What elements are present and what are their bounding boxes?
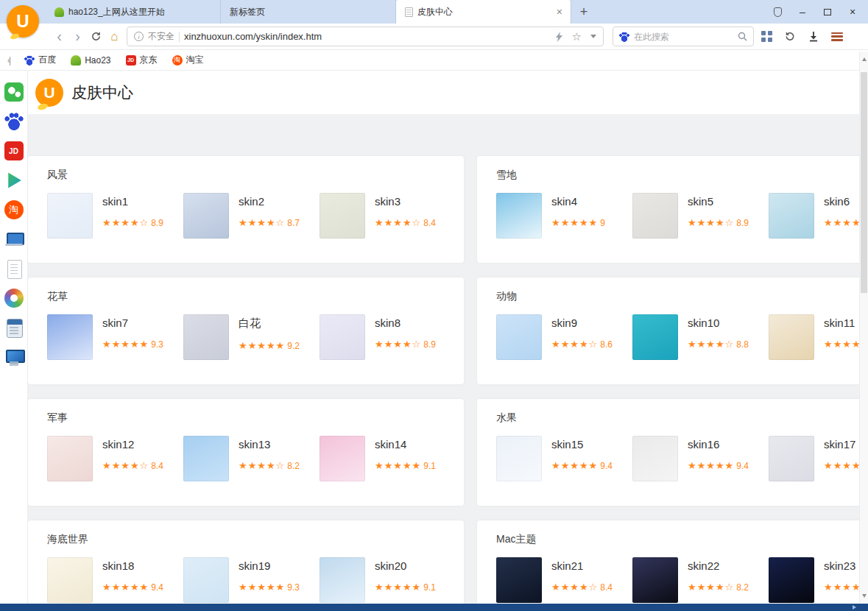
address-bar[interactable]: i 不安全 xinzhuoxun.com/yskin/index.htm ☆ xyxy=(127,27,604,46)
skin-item[interactable]: skin10★★★★☆8.8 xyxy=(632,314,769,360)
menu-button[interactable] xyxy=(826,26,848,48)
skin-thumbnail[interactable] xyxy=(183,314,229,360)
close-button[interactable]: × xyxy=(840,0,865,24)
bookmark-item[interactable]: 百度 xyxy=(24,54,56,66)
skin-item[interactable]: skin21★★★★☆8.4 xyxy=(496,557,632,603)
jd-icon xyxy=(126,55,136,66)
skin-thumbnail[interactable] xyxy=(47,193,93,239)
skin-thumbnail[interactable] xyxy=(47,314,93,360)
skin-item[interactable]: skin13★★★★☆8.2 xyxy=(183,436,320,481)
skin-item[interactable]: skin7★★★★★9.3 xyxy=(47,314,183,360)
skin-name: skin14 xyxy=(375,438,436,451)
taobao-icon[interactable] xyxy=(4,200,24,219)
lightning-icon[interactable] xyxy=(556,32,563,42)
skin-item[interactable]: skin6★★★★☆ xyxy=(769,193,859,239)
forward-button[interactable]: › xyxy=(68,27,87,47)
skin-thumbnail[interactable] xyxy=(632,314,678,360)
vertical-scrollbar[interactable] xyxy=(859,52,868,604)
skin-thumbnail[interactable] xyxy=(632,193,678,239)
apps-grid-button[interactable] xyxy=(755,26,777,48)
skin-item[interactable]: skin3★★★★☆8.4 xyxy=(320,193,456,239)
wechat-icon[interactable] xyxy=(4,82,24,102)
skin-thumbnail[interactable] xyxy=(320,193,365,239)
skin-item[interactable]: skin23★★★★☆ xyxy=(769,557,859,603)
skin-thumbnail[interactable] xyxy=(183,436,229,481)
maximize-button[interactable] xyxy=(815,0,840,24)
skin-score: 8.4 xyxy=(151,461,163,471)
skin-item[interactable]: skin19★★★★★9.3 xyxy=(183,557,320,603)
skin-thumbnail[interactable] xyxy=(496,314,542,360)
scroll-up-icon[interactable] xyxy=(862,57,867,61)
shield-icon[interactable] xyxy=(765,0,790,24)
skin-thumbnail[interactable] xyxy=(320,436,365,481)
bookmark-item[interactable]: 京东 xyxy=(126,54,158,66)
skin-thumbnail[interactable] xyxy=(632,557,678,603)
skin-item[interactable]: skin22★★★★☆8.2 xyxy=(632,557,769,603)
tab-close-icon[interactable]: × xyxy=(554,6,565,18)
monitor-icon[interactable] xyxy=(4,347,24,367)
skin-thumbnail[interactable] xyxy=(632,436,678,481)
skin-thumbnail[interactable] xyxy=(769,193,814,239)
skin-thumbnail[interactable] xyxy=(183,557,229,603)
browser-tab[interactable]: hao123_上网从这里开始 xyxy=(46,0,221,24)
favorite-star-icon[interactable]: ☆ xyxy=(572,31,582,42)
skin-item[interactable]: skin8★★★★☆8.9 xyxy=(320,314,456,360)
skin-thumbnail[interactable] xyxy=(769,314,814,360)
chevron-down-icon[interactable] xyxy=(590,35,596,38)
reload-button[interactable] xyxy=(87,27,105,47)
skin-item[interactable]: skin20★★★★★9.1 xyxy=(320,557,456,603)
url-text[interactable]: xinzhuoxun.com/yskin/index.htm xyxy=(184,31,322,42)
skin-thumbnail[interactable] xyxy=(769,557,814,603)
home-button[interactable]: ⌂ xyxy=(105,27,124,47)
bookmark-item[interactable]: 淘宝 xyxy=(172,54,204,66)
skin-thumbnail[interactable] xyxy=(496,193,542,239)
info-icon[interactable]: i xyxy=(134,32,144,41)
skin-item[interactable]: 白花★★★★★9.2 xyxy=(183,314,320,360)
download-button[interactable] xyxy=(802,26,825,48)
skin-thumbnail[interactable] xyxy=(769,436,814,481)
skin-thumbnail[interactable] xyxy=(320,557,365,603)
skin-item[interactable]: skin9★★★★☆8.6 xyxy=(496,314,632,360)
skin-name: skin2 xyxy=(239,195,300,208)
search-icon[interactable] xyxy=(738,32,747,41)
video-icon[interactable] xyxy=(4,171,24,190)
skin-item[interactable]: skin1★★★★☆8.9 xyxy=(47,193,183,239)
search-input[interactable] xyxy=(634,32,733,42)
undo-button[interactable] xyxy=(779,26,801,48)
browser-tab[interactable]: 新标签页 xyxy=(221,0,396,24)
new-tab-button[interactable]: + xyxy=(571,0,596,24)
skin-name: skin12 xyxy=(102,438,163,451)
skin-thumbnail[interactable] xyxy=(496,436,542,481)
baidu-icon[interactable] xyxy=(4,112,24,131)
skin-item[interactable]: skin11★★★★☆ xyxy=(769,314,859,360)
skin-item[interactable]: skin16★★★★★9.4 xyxy=(632,436,769,481)
skin-item[interactable]: skin4★★★★★9 xyxy=(496,193,632,239)
scrollbar-thumb[interactable] xyxy=(861,72,867,293)
skin-item[interactable]: skin18★★★★★9.4 xyxy=(47,557,183,603)
bookmark-item[interactable]: Hao23 xyxy=(71,55,110,66)
skin-item[interactable]: skin12★★★★☆8.4 xyxy=(47,436,183,481)
skin-thumbnail[interactable] xyxy=(47,557,93,603)
jd-icon[interactable] xyxy=(4,141,24,160)
skin-thumbnail[interactable] xyxy=(320,314,365,360)
skin-item[interactable]: skin14★★★★★9.1 xyxy=(320,436,456,481)
minimize-button[interactable]: – xyxy=(790,0,815,24)
palette-icon[interactable] xyxy=(4,289,24,308)
skin-thumbnail[interactable] xyxy=(496,557,542,603)
search-box[interactable] xyxy=(613,27,754,46)
laptop-icon[interactable] xyxy=(4,230,24,249)
skin-thumbnail[interactable] xyxy=(47,436,93,481)
back-button[interactable]: ‹ xyxy=(50,27,68,47)
skin-item[interactable]: skin17★★★★☆ xyxy=(769,436,859,481)
skin-score: 8.9 xyxy=(423,339,436,350)
scroll-down-icon[interactable] xyxy=(862,594,867,598)
skin-thumbnail[interactable] xyxy=(183,193,229,239)
browser-tab[interactable]: 皮肤中心× xyxy=(396,0,571,24)
skin-item[interactable]: skin5★★★★☆8.9 xyxy=(632,193,769,239)
skin-item[interactable]: skin15★★★★★9.4 xyxy=(496,436,632,481)
notes-icon[interactable] xyxy=(4,259,24,278)
skin-item[interactable]: skin2★★★★☆8.7 xyxy=(183,193,320,239)
calculator-icon[interactable] xyxy=(4,318,24,337)
collapse-bookmarks-icon[interactable]: ‹| xyxy=(7,55,10,66)
uc-browser-logo[interactable] xyxy=(7,5,39,38)
